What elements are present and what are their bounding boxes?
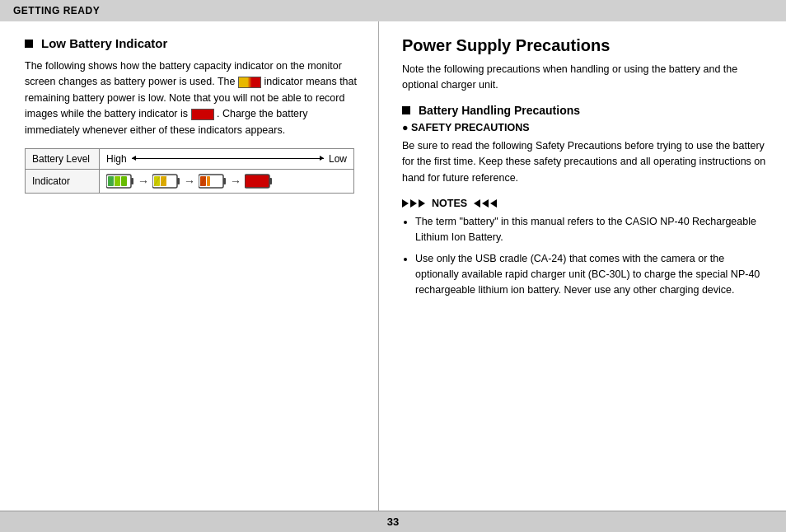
right-section-title: Power Supply Precautions — [402, 36, 766, 55]
left-section-title: Low Battery Indicator — [25, 36, 362, 50]
inline-indicator-2 — [191, 109, 214, 120]
batt-icon-full — [106, 174, 134, 189]
header-bar: GETTING READY — [0, 0, 786, 21]
body-text-block: The following shows how the battery capa… — [25, 58, 362, 138]
high-label: High — [106, 153, 127, 165]
batt-icon-empty — [245, 174, 273, 189]
svg-rect-19 — [269, 178, 272, 184]
black-square-icon-2 — [402, 106, 410, 114]
tri-left-1 — [474, 199, 480, 208]
arrow-3: → — [230, 175, 241, 188]
indicator-label: Indicator — [26, 169, 100, 193]
svg-rect-14 — [223, 178, 226, 184]
batt-icon-medium-high — [152, 174, 180, 189]
footer-bar: 33 — [0, 511, 786, 532]
notes-left-triangles — [402, 199, 425, 208]
subsection-title: Battery Handling Precautions — [402, 104, 766, 117]
battery-table: Battery Level High Low Indicator — [25, 148, 354, 194]
safety-text: Be sure to read the following Safety Pre… — [402, 138, 766, 186]
svg-rect-16 — [207, 176, 210, 186]
tri-right-3 — [419, 199, 425, 208]
arrow-line — [132, 158, 324, 159]
page-number: 33 — [387, 516, 399, 528]
tri-right-2 — [410, 199, 417, 208]
notes-list: The term "battery" in this manual refers… — [402, 214, 766, 299]
right-intro-text: Note the following precautions when hand… — [402, 62, 766, 94]
note-text-2: Use only the USB cradle (CA-24) that com… — [415, 253, 760, 296]
notes-label: NOTES — [432, 198, 467, 209]
page-wrapper: GETTING READY Low Battery Indicator The … — [0, 0, 786, 532]
tri-right-1 — [402, 199, 409, 208]
safety-title: ● SAFETY PRECAUTIONS — [402, 122, 766, 133]
level-row: High Low — [106, 153, 347, 165]
notes-right-triangles — [474, 199, 497, 208]
notes-header: NOTES — [402, 198, 766, 209]
battery-level-label: Battery Level — [26, 148, 100, 169]
table-row-indicator: Indicator — [26, 169, 354, 193]
safety-title-text: ● SAFETY PRECAUTIONS — [402, 122, 530, 133]
left-title-text: Low Battery Indicator — [41, 36, 167, 50]
indicator-icons: → → — [100, 169, 354, 193]
tri-left-2 — [482, 199, 489, 208]
svg-rect-1 — [131, 178, 133, 184]
note-item-1: The term "battery" in this manual refers… — [415, 214, 766, 246]
inline-indicator-1 — [238, 77, 261, 88]
svg-rect-4 — [121, 176, 127, 186]
indicators-row: → → — [106, 174, 347, 189]
arrow-2: → — [184, 175, 195, 188]
left-column: Low Battery Indicator The following show… — [0, 21, 379, 511]
tri-left-3 — [490, 199, 497, 208]
subsection-title-text: Battery Handling Precautions — [419, 104, 580, 117]
svg-rect-8 — [177, 178, 180, 184]
table-row-level: Battery Level High Low — [26, 148, 354, 169]
note-item-2: Use only the USB cradle (CA-24) that com… — [415, 251, 766, 299]
notes-section: NOTES The term "battery" in this manual … — [402, 198, 766, 299]
content-area: Low Battery Indicator The following show… — [0, 21, 786, 511]
right-column: Power Supply Precautions Note the follow… — [379, 21, 786, 511]
black-square-icon — [25, 40, 33, 48]
battery-level-scale: High Low — [100, 148, 354, 169]
svg-rect-18 — [245, 175, 269, 188]
batt-icon-low — [199, 174, 227, 189]
note-text-1: The term "battery" in this manual refers… — [415, 216, 756, 243]
low-label: Low — [329, 153, 347, 165]
header-label: GETTING READY — [13, 5, 100, 16]
arrow-1: → — [138, 175, 149, 188]
